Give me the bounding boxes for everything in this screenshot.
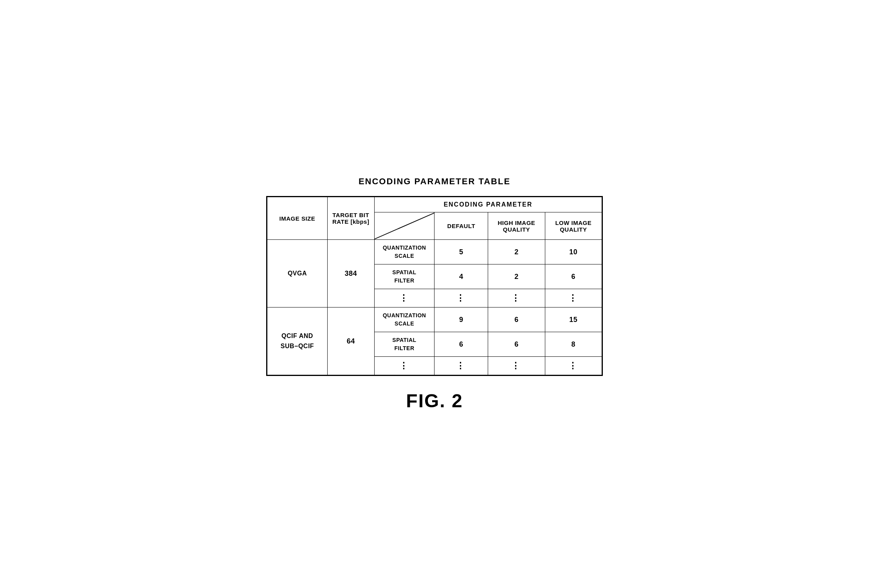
param-name-cell-1-1: SPATIALFILTER — [374, 332, 434, 357]
param-name-cell-0-1: SPATIALFILTER — [374, 264, 434, 289]
default-val-0-2: ⋮ — [434, 289, 488, 307]
high-val-0-1: 2 — [488, 264, 545, 289]
table-wrapper: IMAGE SIZE TARGET BIT RATE [kbps] ENCODI… — [266, 196, 603, 376]
low-val-0-0: 10 — [545, 240, 602, 264]
default-val-1-0: 9 — [434, 307, 488, 332]
high-val-1-2: ⋮ — [488, 357, 545, 375]
image-size-cell-1: QCIF ANDSUB−QCIF — [267, 307, 328, 375]
high-val-0-2: ⋮ — [488, 289, 545, 307]
header-default: DEFAULT — [434, 212, 488, 240]
header-low-image-quality: LOW IMAGEQUALITY — [545, 212, 602, 240]
encoding-param-table: IMAGE SIZE TARGET BIT RATE [kbps] ENCODI… — [267, 197, 602, 375]
low-val-1-2: ⋮ — [545, 357, 602, 375]
high-val-0-0: 2 — [488, 240, 545, 264]
header-target-bit-rate: TARGET BIT RATE [kbps] — [327, 197, 374, 240]
high-val-1-1: 6 — [488, 332, 545, 357]
page-title: ENCODING PARAMETER TABLE — [359, 176, 510, 187]
param-name-cell-1-0: QUANTIZATIONSCALE — [374, 307, 434, 332]
figure-label: FIG. 2 — [406, 390, 463, 412]
low-val-1-1: 8 — [545, 332, 602, 357]
default-val-1-2: ⋮ — [434, 357, 488, 375]
svg-line-0 — [375, 213, 434, 239]
bit-rate-cell-1: 64 — [327, 307, 374, 375]
param-name-cell-1-2: ⋮ — [374, 357, 434, 375]
low-val-0-1: 6 — [545, 264, 602, 289]
header-encoding-parameter: ENCODING PARAMETER — [374, 197, 602, 212]
bit-rate-cell-0: 384 — [327, 240, 374, 307]
low-val-0-2: ⋮ — [545, 289, 602, 307]
high-val-1-0: 6 — [488, 307, 545, 332]
default-val-1-1: 6 — [434, 332, 488, 357]
header-high-image-quality: HIGH IMAGEQUALITY — [488, 212, 545, 240]
page-container: ENCODING PARAMETER TABLE IMAGE SIZE TARG… — [258, 161, 611, 427]
param-name-cell-0-2: ⋮ — [374, 289, 434, 307]
bit-rate-label: TARGET BIT RATE [kbps] — [332, 212, 369, 225]
low-val-1-0: 15 — [545, 307, 602, 332]
image-size-cell-0: QVGA — [267, 240, 328, 307]
header-image-size: IMAGE SIZE — [267, 197, 328, 240]
param-name-cell-0-0: QUANTIZATIONSCALE — [374, 240, 434, 264]
default-val-0-1: 4 — [434, 264, 488, 289]
default-val-0-0: 5 — [434, 240, 488, 264]
header-diagonal-cell — [374, 212, 434, 240]
